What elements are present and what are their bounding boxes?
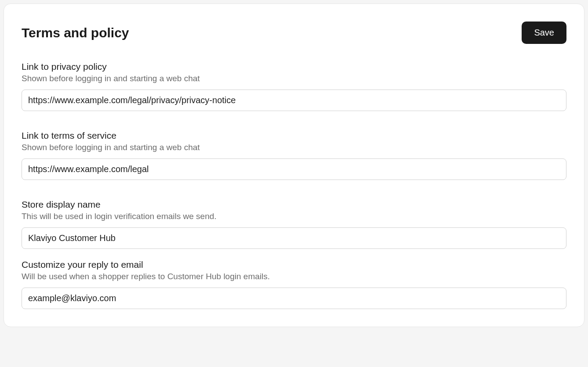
reply-email-help: Will be used when a shopper replies to C… — [22, 272, 566, 281]
privacy-policy-help: Shown before logging in and starting a w… — [22, 74, 566, 83]
reply-email-input[interactable] — [22, 288, 566, 309]
privacy-policy-label: Link to privacy policy — [22, 61, 566, 72]
terms-service-input[interactable] — [22, 158, 566, 180]
store-name-help: This will be used in login verification … — [22, 212, 566, 221]
card-header: Terms and policy Save — [22, 22, 566, 44]
terms-service-label: Link to terms of service — [22, 130, 566, 141]
terms-service-field-group: Link to terms of service Shown before lo… — [22, 130, 566, 180]
privacy-policy-field-group: Link to privacy policy Shown before logg… — [22, 61, 566, 111]
terms-service-help: Shown before logging in and starting a w… — [22, 143, 566, 152]
reply-email-label: Customize your reply to email — [22, 259, 566, 270]
reply-email-field-group: Customize your reply to email Will be us… — [22, 259, 566, 309]
privacy-policy-input[interactable] — [22, 90, 566, 111]
terms-policy-card: Terms and policy Save Link to privacy po… — [4, 4, 584, 327]
save-button[interactable]: Save — [522, 22, 566, 44]
store-name-label: Store display name — [22, 199, 566, 210]
store-name-input[interactable] — [22, 227, 566, 249]
store-name-field-group: Store display name This will be used in … — [22, 199, 566, 249]
page-title: Terms and policy — [22, 25, 129, 40]
